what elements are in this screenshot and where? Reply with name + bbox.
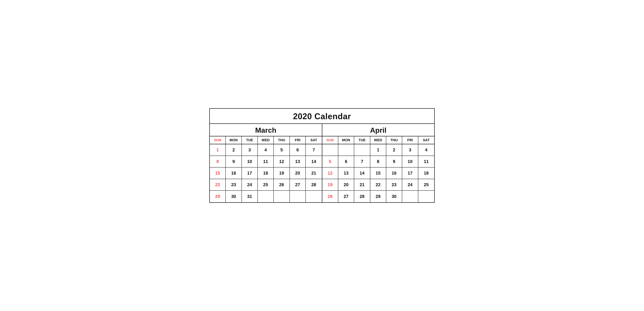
calendar-cell: 29	[210, 191, 226, 202]
calendar-grid-april: 1234567891011121314151617181920212223242…	[322, 144, 434, 202]
calendar-cell: 4	[418, 144, 434, 156]
calendar-cell: 25	[258, 179, 274, 191]
calendar-cell	[322, 144, 338, 156]
calendar-cell: 27	[338, 191, 354, 202]
calendar-cell: 12	[274, 156, 290, 168]
day-header-sun: SUN	[322, 136, 338, 144]
day-header-tue: TUE	[242, 136, 258, 144]
day-header-fri: FRI	[402, 136, 418, 144]
calendar-cell: 11	[418, 156, 434, 168]
day-header-mon: MON	[338, 136, 354, 144]
calendar-cell: 3	[242, 144, 258, 156]
month-name-april: April	[322, 124, 434, 136]
calendar-cell: 17	[402, 168, 418, 179]
calendar-cell: 8	[370, 156, 386, 168]
day-header-sat: SAT	[306, 136, 322, 144]
calendar-cell: 5	[274, 144, 290, 156]
calendar-cell: 27	[290, 179, 306, 191]
calendar-cell: 18	[418, 168, 434, 179]
calendar-cell: 29	[370, 191, 386, 202]
calendar-cell: 13	[290, 156, 306, 168]
day-headers-april: SUNMONTUEWEDTHUFRISAT	[322, 136, 434, 144]
calendar-cell: 20	[290, 168, 306, 179]
day-header-mon: MON	[226, 136, 242, 144]
calendar-cell: 22	[370, 179, 386, 191]
calendar-cell: 21	[306, 168, 322, 179]
day-header-thu: THU	[274, 136, 290, 144]
calendar-cell: 1	[210, 144, 226, 156]
calendar-cell: 1	[370, 144, 386, 156]
calendar-cell: 4	[258, 144, 274, 156]
calendar-cell: 7	[354, 156, 370, 168]
months-row: MarchSUNMONTUEWEDTHUFRISAT12345678910111…	[210, 124, 434, 202]
calendar-cell	[306, 191, 322, 202]
calendar-cell	[418, 191, 434, 202]
calendar-cell: 15	[370, 168, 386, 179]
day-header-wed: WED	[258, 136, 274, 144]
calendar-cell: 15	[210, 168, 226, 179]
calendar-cell: 6	[338, 156, 354, 168]
calendar-cell: 28	[306, 179, 322, 191]
day-header-sun: SUN	[210, 136, 226, 144]
calendar-cell: 14	[354, 168, 370, 179]
calendar-cell: 14	[306, 156, 322, 168]
calendar-cell: 5	[322, 156, 338, 168]
calendar-cell: 7	[306, 144, 322, 156]
calendar-cell: 8	[210, 156, 226, 168]
calendar-cell	[402, 191, 418, 202]
calendar-cell: 20	[338, 179, 354, 191]
calendar-cell: 9	[226, 156, 242, 168]
calendar-cell: 30	[386, 191, 402, 202]
calendar-cell: 6	[290, 144, 306, 156]
calendar-cell: 18	[258, 168, 274, 179]
calendar-cell: 24	[242, 179, 258, 191]
month-name-march: March	[210, 124, 322, 136]
calendar-cell: 11	[258, 156, 274, 168]
calendar-cell: 19	[322, 179, 338, 191]
calendar-cell	[354, 144, 370, 156]
calendar-cell: 30	[226, 191, 242, 202]
calendar-cell: 16	[386, 168, 402, 179]
calendar-cell	[290, 191, 306, 202]
calendar-cell: 16	[226, 168, 242, 179]
calendar-cell: 13	[338, 168, 354, 179]
calendar-cell: 31	[242, 191, 258, 202]
calendar-cell: 3	[402, 144, 418, 156]
calendar-cell: 28	[354, 191, 370, 202]
calendar-cell: 25	[418, 179, 434, 191]
day-header-fri: FRI	[290, 136, 306, 144]
calendar-cell	[338, 144, 354, 156]
calendar-cell: 22	[210, 179, 226, 191]
calendar-cell: 10	[402, 156, 418, 168]
calendar-title: 2020 Calendar	[210, 109, 434, 124]
calendar-cell: 17	[242, 168, 258, 179]
day-header-thu: THU	[386, 136, 402, 144]
calendar-cell: 24	[402, 179, 418, 191]
day-header-sat: SAT	[418, 136, 434, 144]
calendar-cell	[274, 191, 290, 202]
calendar-cell: 2	[226, 144, 242, 156]
day-header-wed: WED	[370, 136, 386, 144]
calendar-cell: 23	[386, 179, 402, 191]
calendar-cell: 10	[242, 156, 258, 168]
calendar-grid-march: 1234567891011121314151617181920212223242…	[210, 144, 322, 202]
month-section-march: MarchSUNMONTUEWEDTHUFRISAT12345678910111…	[210, 124, 322, 202]
calendar-cell: 26	[274, 179, 290, 191]
calendar-cell: 21	[354, 179, 370, 191]
calendar-cell	[258, 191, 274, 202]
calendar-cell: 9	[386, 156, 402, 168]
calendar-cell: 23	[226, 179, 242, 191]
calendar-cell: 19	[274, 168, 290, 179]
calendar-cell: 2	[386, 144, 402, 156]
day-headers-march: SUNMONTUEWEDTHUFRISAT	[210, 136, 322, 144]
day-header-tue: TUE	[354, 136, 370, 144]
calendar-container: 2020 Calendar MarchSUNMONTUEWEDTHUFRISAT…	[209, 108, 435, 203]
month-section-april: AprilSUNMONTUEWEDTHUFRISAT12345678910111…	[322, 124, 434, 202]
calendar-cell: 26	[322, 191, 338, 202]
calendar-cell: 12	[322, 168, 338, 179]
